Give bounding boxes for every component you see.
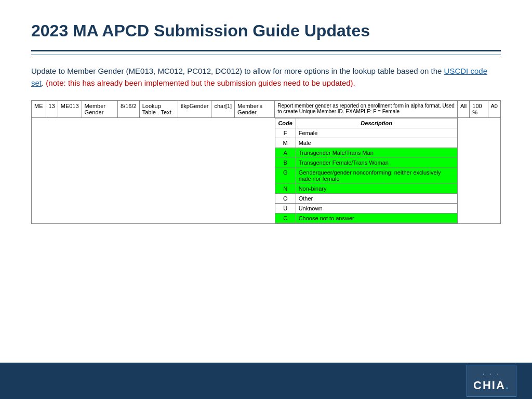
divider-top <box>31 50 501 51</box>
col-me013: ME013 <box>58 101 82 118</box>
col-100: 100 % <box>470 101 488 118</box>
col-tlkp: tlkpGender <box>178 101 211 118</box>
col-date: 8/16/2 <box>118 101 140 118</box>
col-member-gender: Member Gender <box>82 101 117 118</box>
col-all: All <box>458 101 470 118</box>
page-title: 2023 MA APCD Submission Guide Updates <box>31 21 501 41</box>
divider-bottom <box>31 55 501 55</box>
col-members-gender: Member's Gender <box>235 101 275 118</box>
col-me: ME <box>32 101 46 118</box>
col-char: char[1] <box>211 101 235 118</box>
lookup-description: Unknown <box>296 204 457 214</box>
lookup-table-row: MMale <box>275 138 457 148</box>
lookup-table-row: UUnknown <box>275 204 457 214</box>
inner-lookup-table: Code Description FFemaleMMaleATransgende… <box>275 118 458 223</box>
lookup-spacer <box>32 118 275 224</box>
lookup-description: Transgender Female/Trans Woman <box>296 158 457 168</box>
lookup-code: C <box>275 214 296 223</box>
lookup-code: O <box>275 194 296 204</box>
lookup-code: M <box>275 138 296 148</box>
description-text: Update to Member Gender (ME013, MC012, P… <box>31 65 501 89</box>
lookup-code: U <box>275 204 296 214</box>
table-header-row: ME 13 ME013 Member Gender 8/16/2 Lookup … <box>32 101 501 118</box>
inner-col-code: Code <box>275 118 296 128</box>
lookup-description: Choose not to answer <box>296 214 457 223</box>
chia-dot: . <box>506 379 510 392</box>
lookup-table-row: NNon-binary <box>275 184 457 194</box>
lookup-code: A <box>275 148 296 158</box>
lookup-description: Non-binary <box>296 184 457 194</box>
inner-table-header: Code Description <box>275 118 457 128</box>
lookup-description: Genderqueer/gender nonconforming: neithe… <box>296 168 457 184</box>
lookup-code: G <box>275 168 296 184</box>
col-a0: A0 <box>488 101 501 118</box>
lookup-code: F <box>275 128 296 138</box>
table-lookup-row: Code Description FFemaleMMaleATransgende… <box>32 118 501 224</box>
lookup-description: Transgender Male/Trans Man <box>296 148 457 158</box>
lookup-table-row: OOther <box>275 194 457 204</box>
bottom-bar: · · · CHIA. <box>0 363 532 399</box>
highlight-note: (note: this has already been implemented… <box>46 78 355 87</box>
chia-logo-box: · · · CHIA. <box>467 365 516 397</box>
lookup-description: Male <box>296 138 457 148</box>
lookup-description: Female <box>296 128 457 138</box>
description-part1: Update to Member Gender (ME013, MC012, P… <box>31 66 444 75</box>
lookup-table-row: CChoose not to answer <box>275 214 457 223</box>
lookup-table-row: ATransgender Male/Trans Man <box>275 148 457 158</box>
lookup-description: Other <box>296 194 457 204</box>
col-13: 13 <box>46 101 58 118</box>
lookup-code: N <box>275 184 296 194</box>
lookup-table-row: GGenderqueer/gender nonconforming: neith… <box>275 168 457 184</box>
inner-col-description: Description <box>296 118 457 128</box>
lookup-table-cell: Code Description FFemaleMMaleATransgende… <box>275 118 458 224</box>
col-lookup-table-text: Lookup Table - Text <box>139 101 178 118</box>
lookup-table-row: BTransgender Female/Trans Woman <box>275 158 457 168</box>
lookup-right-spacer <box>458 118 501 224</box>
lookup-code: B <box>275 158 296 168</box>
col-notes: Report member gender as reported on enro… <box>275 101 458 118</box>
main-table: ME 13 ME013 Member Gender 8/16/2 Lookup … <box>31 100 501 224</box>
lookup-table-row: FFemale <box>275 128 457 138</box>
chia-dots: · · · <box>483 369 500 378</box>
chia-text: CHIA. <box>473 379 510 392</box>
